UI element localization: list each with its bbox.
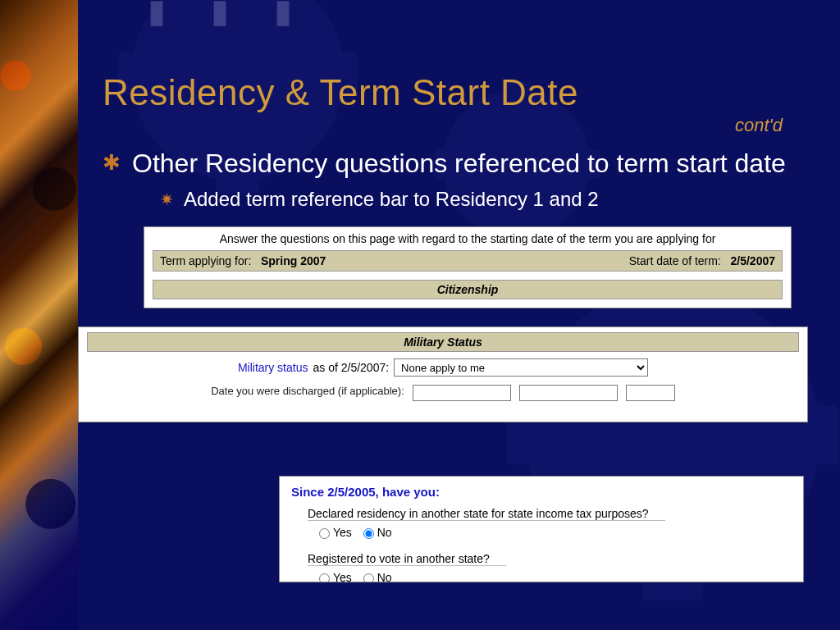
q2-no-radio[interactable]: [363, 573, 374, 582]
bullet-2-text: Added term reference bar to Residency 1 …: [184, 187, 599, 212]
bullet-1-text: Other Residency questions referenced to …: [132, 148, 786, 179]
slide-content: Residency & Term Start Date cont'd ✱ Oth…: [103, 72, 815, 422]
question-declared-residency: Declared residency in another state for …: [308, 507, 665, 521]
discharge-year-select[interactable]: [626, 385, 675, 401]
q1-no-radio[interactable]: [363, 528, 374, 539]
star-bullet-icon: ✷: [160, 187, 174, 212]
term-applying-value: Spring 2007: [261, 254, 326, 267]
military-status-link[interactable]: Military status: [238, 361, 308, 374]
question-registered-vote: Registered to vote in another state?: [308, 552, 506, 566]
discharge-row: Date you were discharged (if applicable)…: [87, 385, 799, 401]
q2-yes-option[interactable]: Yes: [319, 571, 352, 582]
bullet-level-2: ✷ Added term reference bar to Residency …: [160, 187, 815, 212]
form-panel-since: Since 2/5/2005, have you: Declared resid…: [279, 476, 804, 582]
term-reference-bar: Term applying for: Spring 2007 Start dat…: [153, 250, 783, 272]
discharge-label: Date you were discharged (if applicable)…: [211, 385, 404, 401]
military-status-select[interactable]: None apply to me: [394, 358, 648, 377]
decorative-spokes: ▮ ▮ ▮: [148, 0, 310, 30]
slide-title: Residency & Term Start Date: [103, 72, 815, 113]
since-heading: Since 2/5/2005, have you:: [291, 485, 792, 499]
slide-contd: cont'd: [103, 115, 783, 136]
q1-no-option[interactable]: No: [355, 526, 392, 539]
discharge-month-select[interactable]: [413, 385, 511, 401]
military-status-row: Military status as of 2/5/2007: None app…: [87, 358, 799, 377]
start-date-group: Start date of term: 2/5/2007: [629, 254, 775, 267]
q2-no-option[interactable]: No: [355, 571, 392, 582]
q1-yes-radio[interactable]: [319, 528, 330, 539]
section-header-military: Military Status: [87, 332, 799, 352]
discharge-day-select[interactable]: [519, 385, 618, 401]
start-date-label: Start date of term:: [629, 254, 721, 267]
military-asof-text: as of 2/5/2007:: [313, 361, 389, 374]
gear-bullet-icon: ✱: [103, 148, 121, 177]
q2-options: Yes No: [319, 571, 792, 582]
section-header-citizenship: Citizenship: [153, 280, 783, 299]
q1-yes-option[interactable]: Yes: [319, 526, 352, 539]
panel-instruction: Answer the questions on this page with r…: [153, 232, 783, 245]
bullet-level-1: ✱ Other Residency questions referenced t…: [103, 148, 815, 179]
q1-options: Yes No: [319, 526, 792, 539]
decorative-left-strip: [0, 0, 78, 630]
term-applying-label: Term applying for:: [160, 254, 251, 267]
form-panel-military: Military Status Military status as of 2/…: [78, 326, 808, 422]
form-panel-citizenship: Answer the questions on this page with r…: [144, 226, 792, 308]
term-applying-group: Term applying for: Spring 2007: [160, 254, 326, 267]
q2-yes-radio[interactable]: [319, 573, 330, 582]
start-date-value: 2/5/2007: [731, 254, 776, 267]
